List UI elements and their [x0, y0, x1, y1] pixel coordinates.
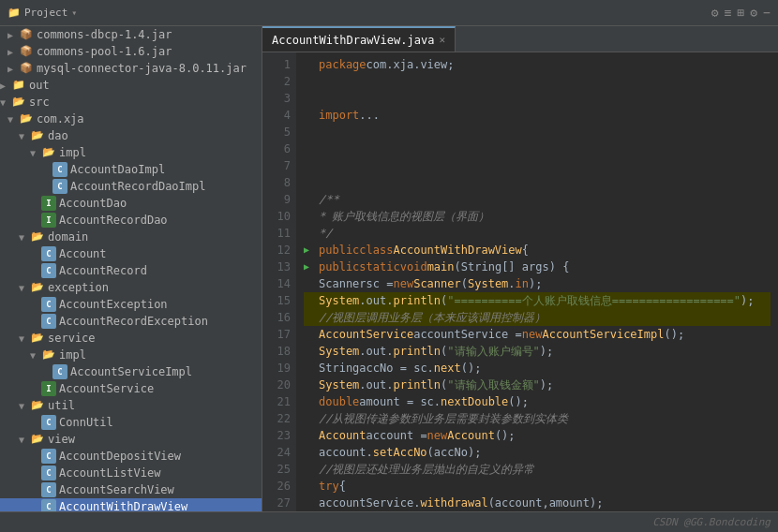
sidebar-item-account-list-view[interactable]: C AccountListView: [0, 465, 262, 481]
code-line: [304, 124, 771, 140]
sidebar-item-account-search-view[interactable]: C AccountSearchView: [0, 481, 262, 498]
code-line: //从视图传递参数到业务层需要封装参数到实体类: [304, 410, 771, 427]
arrow-icon: ▶: [7, 64, 19, 74]
sidebar-item-conn-util[interactable]: C ConnUtil: [0, 414, 262, 431]
sidebar-item-impl[interactable]: ▼ 📂 impl: [0, 144, 262, 161]
code-line: [304, 157, 771, 174]
arrow-icon: ▶: [0, 81, 11, 91]
sidebar-item-account-exception[interactable]: C AccountException: [0, 296, 262, 313]
sidebar: ▶ 📦 commons-dbcp-1.4.jar ▶ 📦 commons-poo…: [0, 26, 262, 511]
code-line: AccountService accountService = new Acco…: [304, 326, 771, 343]
sidebar-item-util[interactable]: ▼ 📂 util: [0, 397, 262, 414]
class-icon: C: [52, 162, 67, 177]
package-icon: 📂: [19, 111, 34, 126]
sidebar-item-view[interactable]: ▼ 📂 view: [0, 431, 262, 448]
project-label: 📁 Project ▾: [7, 7, 77, 19]
title-bar: 📁 Project ▾ ⚙ ≡ ⊞ ⚙ −: [0, 0, 778, 26]
code-line: String accNo = sc.next();: [304, 360, 771, 377]
main-layout: ▶ 📦 commons-dbcp-1.4.jar ▶ 📦 commons-poo…: [0, 26, 778, 511]
sidebar-item-impl2[interactable]: ▼ 📂 impl: [0, 347, 262, 363]
settings-icon[interactable]: ⚙: [711, 6, 719, 20]
arrow-icon: ▼: [19, 401, 30, 411]
folder-icon: 📂: [11, 95, 26, 110]
class-icon: C: [41, 466, 56, 480]
arrow-icon: ▼: [0, 97, 11, 108]
arrow-icon: ▼: [30, 350, 41, 361]
sidebar-item-commons-dbcp[interactable]: ▶ 📦 commons-dbcp-1.4.jar: [0, 26, 262, 43]
code-line: double amount = sc.nextDouble();: [304, 393, 771, 410]
code-line: System.out.println("==========个人账户取钱信息==…: [304, 292, 771, 309]
list-icon[interactable]: ≡: [725, 6, 732, 20]
line-numbers: 1 2 3 4 5 6 7 8 9 10 11 12 13 14 15 16 1…: [262, 52, 296, 511]
run-marker-icon: ▶: [304, 242, 315, 259]
sidebar-item-account-dao[interactable]: I AccountDao: [0, 195, 262, 212]
title-bar-icons: ⚙ ≡ ⊞ ⚙ −: [711, 6, 771, 20]
sidebar-item-account-record-exception[interactable]: C AccountRecordException: [0, 313, 262, 330]
sidebar-item-mysql[interactable]: ▶ 📦 mysql-connector-java-8.0.11.jar: [0, 60, 262, 77]
project-folder-icon: 📁: [7, 7, 21, 19]
sidebar-item-account-service[interactable]: I AccountService: [0, 380, 262, 397]
jar-icon: 📦: [19, 44, 34, 59]
sidebar-item-commons-pool[interactable]: ▶ 📦 commons-pool-1.6.jar: [0, 43, 262, 60]
sidebar-item-account-withdraw-view[interactable]: C AccountWithDrawView: [0, 498, 262, 511]
arrow-icon: ▼: [19, 435, 30, 445]
sidebar-item-account-deposit-view[interactable]: C AccountDepositView: [0, 448, 262, 465]
code-line: account.setAccNo(accNo);: [304, 444, 771, 461]
sidebar-item-out[interactable]: ▶ 📁 out: [0, 77, 262, 94]
arrow-icon: ▼: [19, 131, 30, 141]
title-arrow: ▾: [71, 7, 77, 18]
tab-close-icon[interactable]: ✕: [439, 34, 445, 46]
sidebar-item-exception[interactable]: ▼ 📂 exception: [0, 279, 262, 296]
code-line: * 账户取钱信息的视图层（界面）: [304, 208, 771, 225]
sidebar-item-account-service-impl[interactable]: C AccountServiceImpl: [0, 363, 262, 380]
class-icon: C: [41, 263, 56, 278]
sidebar-item-com-xja[interactable]: ▼ 📂 com.xja: [0, 111, 262, 127]
code-line: import ...: [304, 107, 771, 124]
code-line: [304, 73, 771, 90]
folder-icon: 📁: [11, 78, 26, 93]
code-line: accountService.withdrawal(account,amount…: [304, 495, 771, 511]
code-line: [304, 90, 771, 107]
folder-icon: 📂: [30, 280, 45, 295]
sidebar-item-account-dao-impl[interactable]: C AccountDaoImpl: [0, 161, 262, 178]
sidebar-item-dao[interactable]: ▼ 📂 dao: [0, 127, 262, 144]
code-line: /**: [304, 191, 771, 208]
jar-icon: 📦: [19, 27, 34, 42]
code-line: //视图层调用业务层（本来应该调用控制器）: [304, 309, 771, 326]
folder-icon: 📂: [30, 229, 45, 244]
sidebar-item-account-record-dao[interactable]: I AccountRecordDao: [0, 212, 262, 229]
class-icon: C: [41, 449, 56, 464]
interface-icon: I: [41, 196, 56, 211]
sidebar-item-account[interactable]: C Account: [0, 245, 262, 262]
class-icon: C: [41, 415, 56, 430]
gear2-icon[interactable]: ⚙: [750, 6, 757, 20]
grid-icon[interactable]: ⊞: [738, 6, 745, 20]
arrow-icon: ▼: [7, 114, 19, 125]
tab-account-withdraw-view[interactable]: AccountWithDrawView.java ✕: [262, 26, 456, 52]
code-line: System.out.println("请输入账户编号");: [304, 343, 771, 360]
folder-icon: 📂: [30, 331, 45, 346]
class-icon: C: [41, 499, 56, 511]
sidebar-item-service[interactable]: ▼ 📂 service: [0, 330, 262, 347]
sidebar-item-domain[interactable]: ▼ 📂 domain: [0, 229, 262, 245]
sidebar-item-src[interactable]: ▼ 📂 src: [0, 94, 262, 111]
class-icon: C: [52, 179, 67, 194]
arrow-icon: ▼: [19, 232, 30, 243]
arrow-icon: ▼: [19, 283, 30, 293]
code-content[interactable]: package com.xja.view; import ...: [296, 52, 778, 511]
code-line: [304, 174, 771, 191]
sidebar-item-account-record[interactable]: C AccountRecord: [0, 262, 262, 279]
interface-icon: I: [41, 213, 56, 228]
interface-icon: I: [41, 381, 56, 396]
arrow-icon: ▼: [19, 333, 30, 344]
sidebar-item-account-record-dao-impl[interactable]: C AccountRecordDaoImpl: [0, 178, 262, 195]
arrow-icon: ▶: [7, 30, 19, 40]
arrow-icon: ▼: [30, 148, 41, 158]
minus-icon[interactable]: −: [763, 6, 771, 20]
code-area[interactable]: 1 2 3 4 5 6 7 8 9 10 11 12 13 14 15 16 1…: [262, 52, 778, 511]
code-line: System.out.println("请输入取钱金额");: [304, 377, 771, 393]
code-line: */: [304, 225, 771, 242]
folder-icon: 📂: [41, 145, 56, 160]
editor: AccountWithDrawView.java ✕ 1 2 3 4 5 6 7…: [262, 26, 778, 511]
code-line: ▶ public class AccountWithDrawView {: [304, 242, 771, 259]
